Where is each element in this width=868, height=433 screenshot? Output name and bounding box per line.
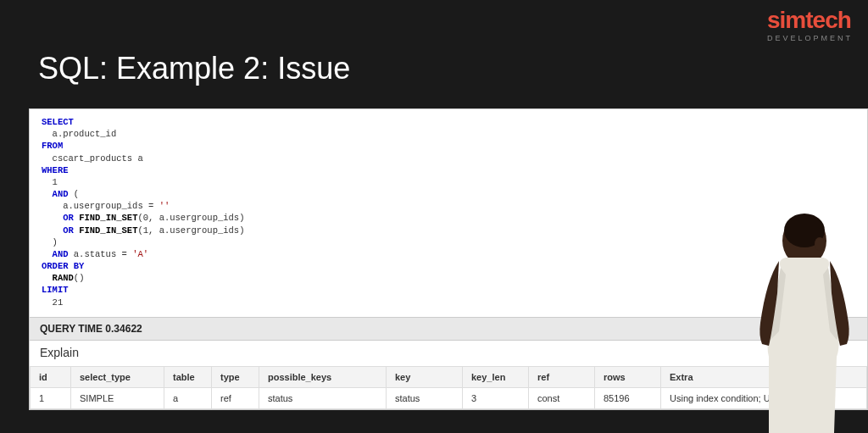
td-key: status	[387, 387, 463, 408]
th-id: id	[31, 366, 71, 387]
logo-brand: simtech	[767, 8, 853, 32]
sql-keyword-or: OR	[63, 225, 74, 236]
sql-keyword-and: AND	[53, 189, 69, 199]
sql-keyword-select: SELECT	[42, 117, 74, 127]
sql-keyword-and: AND	[53, 249, 69, 259]
th-select-type: select_type	[71, 366, 164, 387]
sql-keyword-where: WHERE	[42, 165, 69, 175]
sql-status-val: 'A'	[132, 249, 148, 259]
logo-subtitle: DEVELOPMENT	[767, 34, 853, 42]
logo: simtech DEVELOPMENT	[767, 8, 853, 42]
query-time-value: 0.34622	[105, 323, 142, 335]
query-time-label: QUERY TIME	[40, 323, 103, 335]
th-ref: ref	[529, 366, 595, 387]
sql-fn-findinset: FIND_IN_SET	[79, 213, 137, 223]
th-possible-keys: possible_keys	[259, 366, 387, 387]
td-extra: Using index condition; Using where	[661, 387, 867, 408]
sql-cond-eq: a.usergroup_ids =	[42, 201, 159, 211]
table-row: 1 SIMPLE a ref status status 3 const 851…	[31, 387, 867, 408]
td-rows: 85196	[595, 387, 661, 408]
explain-label: Explain	[30, 341, 867, 366]
sql-rand-paren: ()	[74, 273, 85, 283]
slide-title: SQL: Example 2: Issue	[0, 0, 868, 86]
td-id: 1	[31, 387, 71, 408]
sql-paren-close: )	[42, 237, 58, 247]
sql-limit-n: 21	[42, 297, 63, 308]
td-key-len: 3	[463, 387, 529, 408]
td-possible-keys: status	[259, 387, 387, 408]
th-key: key	[387, 366, 463, 387]
sql-where-1: 1	[42, 177, 58, 187]
sql-paren-open: (	[74, 189, 79, 199]
sql-fis-args-0: (0, a.usergroup_ids)	[137, 213, 244, 223]
sql-fn-rand: RAND	[53, 273, 74, 283]
sql-keyword-or: OR	[63, 213, 74, 223]
sql-empty-string: ''	[159, 201, 170, 211]
sql-keyword-orderby: ORDER BY	[42, 261, 84, 271]
td-ref: const	[529, 387, 595, 408]
td-table: a	[164, 387, 212, 408]
table-header-row: id select_type table type possible_keys …	[31, 366, 867, 387]
sql-status-pre: a.status =	[69, 249, 133, 259]
query-time-bar: QUERY TIME 0.34622	[30, 317, 867, 341]
sql-table: cscart_products a	[42, 153, 143, 164]
th-extra: Extra	[661, 366, 867, 387]
sql-columns: a.product_id	[42, 129, 116, 139]
sql-code: SELECT a.product_id FROM cscart_products…	[30, 109, 867, 317]
th-table: table	[164, 366, 212, 387]
sql-keyword-limit: LIMIT	[42, 285, 69, 295]
th-type: type	[212, 366, 259, 387]
sql-keyword-from: FROM	[42, 141, 63, 151]
th-key-len: key_len	[463, 366, 529, 387]
sql-fis-args-1: (1, a.usergroup_ids)	[137, 225, 244, 236]
td-type: ref	[212, 387, 259, 408]
explain-table: id select_type table type possible_keys …	[30, 366, 867, 409]
sql-panel: SELECT a.product_id FROM cscart_products…	[29, 108, 868, 410]
td-select-type: SIMPLE	[71, 387, 164, 408]
th-rows: rows	[595, 366, 661, 387]
sql-fn-findinset: FIND_IN_SET	[79, 225, 137, 236]
